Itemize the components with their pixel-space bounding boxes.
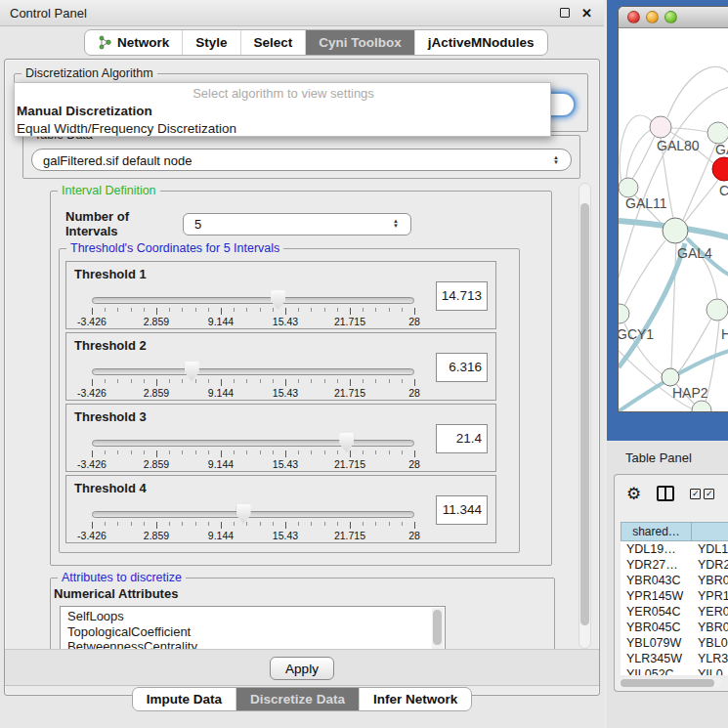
slider-track[interactable] — [92, 440, 414, 447]
threshold-label: Threshold 3 — [74, 409, 147, 424]
bottom-tab-impute-data[interactable]: Impute Data — [133, 688, 236, 710]
tab-style[interactable]: Style — [183, 30, 240, 55]
control-panel-titlebar: Control Panel ✕ — [0, 0, 604, 26]
node-label: GCY1 — [619, 326, 654, 342]
checkbox-icon[interactable]: ✓ — [690, 489, 701, 499]
tab-cyni-toolbox[interactable]: Cyni Toolbox — [306, 30, 415, 55]
table-row[interactable]: YER054CYER0 — [621, 604, 728, 620]
threshold-slider[interactable] — [92, 297, 414, 304]
tick-mark — [156, 308, 157, 315]
attribute-item[interactable]: TopologicalCoefficient — [67, 624, 445, 640]
tick-mark — [156, 379, 157, 386]
number-of-intervals-select[interactable]: 5 ▲▼ — [183, 213, 411, 236]
algorithm-option-placeholder[interactable]: Select algorithm to view settings — [15, 85, 550, 103]
slider-thumb[interactable] — [271, 290, 285, 310]
slider-thumb[interactable] — [339, 433, 354, 452]
table-row[interactable]: YDR27…YDR2 — [621, 557, 728, 573]
threshold-value-box[interactable]: 21.4 — [436, 424, 488, 453]
algorithm-option[interactable]: Manual Discretization — [15, 103, 550, 120]
network-node[interactable] — [663, 218, 688, 243]
slider-thumb[interactable] — [236, 504, 251, 524]
table-row[interactable]: YBR045CYBR0 — [621, 620, 728, 635]
threshold-slider[interactable] — [92, 511, 414, 518]
slider-track[interactable] — [92, 297, 414, 304]
cyni-toolbox-panel: Discretization Algorithm Select algorith… — [4, 59, 600, 696]
split-columns-icon[interactable] — [657, 486, 674, 501]
network-edge[interactable] — [619, 351, 693, 409]
bottom-tab-discretize-data[interactable]: Discretize Data — [236, 688, 360, 710]
spinner-arrows-icon: ▲▼ — [553, 155, 559, 165]
attribute-item[interactable]: SelfLoops — [67, 609, 445, 624]
network-edge[interactable] — [683, 144, 716, 220]
bottom-tab-infer-network[interactable]: Infer Network — [360, 688, 471, 710]
network-edge[interactable] — [624, 240, 665, 306]
network-node[interactable] — [707, 299, 728, 321]
node-label: H — [721, 326, 728, 342]
tick-mark — [337, 522, 338, 526]
zoom-traffic-light-icon[interactable] — [664, 11, 677, 23]
tick-mark — [375, 308, 376, 312]
table-cell: YIL052C — [621, 666, 692, 675]
tab-jactivemnodules[interactable]: jActiveMNodules — [415, 30, 547, 55]
slider-thumb[interactable] — [185, 362, 199, 381]
threshold-slider[interactable] — [92, 440, 414, 447]
network-node[interactable] — [712, 157, 728, 181]
tick-mark — [363, 308, 364, 312]
table-panel: Table Panel ⚙ ✓ ✓ shared…na YDL19…YDL1YD… — [607, 442, 728, 728]
apply-button[interactable]: Apply — [270, 657, 334, 680]
tick-mark — [389, 308, 390, 312]
tick-label: -3.426 — [77, 387, 107, 399]
tick-label: 15.43 — [273, 458, 298, 470]
table-cell: YBL0 — [692, 635, 728, 651]
table-row[interactable]: YPR145WYPR1 — [621, 588, 728, 604]
close-traffic-light-icon[interactable] — [627, 11, 640, 23]
tick-mark — [131, 308, 132, 312]
threshold-value-box[interactable]: 11.344 — [436, 495, 488, 525]
algorithm-option[interactable]: Equal Width/Frequency Discretization — [15, 120, 550, 138]
float-window-icon[interactable] — [560, 8, 570, 18]
number-of-intervals-row: Number of Intervals 5 ▲▼ — [65, 209, 551, 238]
table-row[interactable]: YBL079WYBL0 — [621, 635, 728, 651]
column-header[interactable]: shared… — [621, 522, 692, 541]
tick-mark — [414, 379, 415, 386]
network-edge[interactable] — [667, 66, 728, 117]
column-header[interactable]: na — [692, 522, 728, 541]
table-cell: YPR145W — [621, 588, 692, 604]
threshold-value-box[interactable]: 6.316 — [436, 353, 488, 382]
tab-select[interactable]: Select — [241, 30, 307, 55]
table-row[interactable]: YLR345WYLR3 — [621, 651, 728, 666]
network-canvas[interactable]: GAL80GACGAL11GAL4GCY1HHAP2 — [619, 28, 728, 412]
threshold-panels: Threshold 1-3.4262.8599.14415.4321.71528… — [65, 261, 519, 543]
attribute-item[interactable]: BetweennessCentrality — [67, 639, 445, 649]
close-icon[interactable]: ✕ — [581, 6, 592, 21]
network-edge[interactable] — [632, 136, 655, 179]
minimize-traffic-light-icon[interactable] — [646, 11, 659, 23]
table-data-select[interactable]: galFiltered.sif default node ▲▼ — [31, 149, 572, 171]
vertical-scrollbar[interactable] — [578, 183, 591, 649]
threshold-slider[interactable] — [92, 368, 414, 375]
network-edge[interactable] — [626, 130, 651, 178]
horizontal-scrollbar[interactable] — [619, 678, 722, 687]
network-edge[interactable] — [685, 180, 718, 222]
table-row[interactable]: YDL19…YDL1 — [621, 541, 728, 557]
threshold-value-box[interactable]: 14.713 — [436, 281, 488, 311]
tick-mark — [298, 308, 299, 312]
network-node[interactable] — [707, 122, 728, 144]
slider-track[interactable] — [92, 368, 414, 375]
tick-mark — [350, 379, 351, 386]
network-node[interactable] — [619, 304, 629, 323]
table-row[interactable]: YBR043CYBR0 — [621, 573, 728, 588]
checkbox-icon[interactable]: ✓ — [704, 489, 714, 499]
table-row[interactable]: YIL052CYIL0 — [621, 666, 728, 675]
tab-network[interactable]: Network — [85, 30, 183, 55]
network-node[interactable] — [650, 116, 671, 138]
network-node[interactable] — [692, 401, 711, 412]
slider-track[interactable] — [92, 511, 414, 518]
list-scrollbar[interactable] — [432, 608, 444, 649]
tab-label: Select — [254, 35, 293, 50]
network-node[interactable] — [662, 368, 679, 386]
network-edge[interactable] — [671, 243, 676, 368]
network-window-titlebar[interactable] — [619, 7, 728, 28]
network-node[interactable] — [619, 178, 638, 197]
settings-gear-icon[interactable]: ⚙ — [626, 486, 641, 502]
